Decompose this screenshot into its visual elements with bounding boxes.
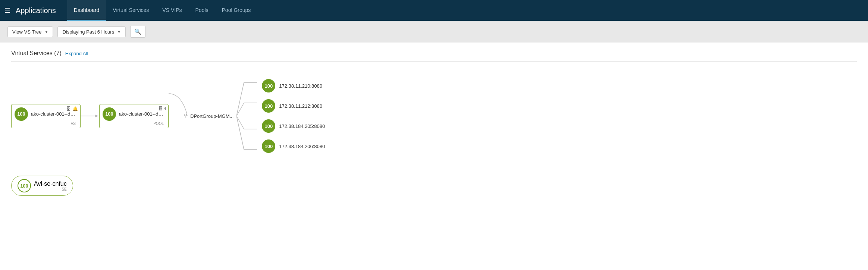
database-icon: 🗄 [66,106,71,112]
dport-node[interactable]: ⑂ DPortGroup-MGM... [184,113,234,119]
vs-node-1[interactable]: 🗄 🔔 100 ako-cluster-001--defaul... VS [11,104,81,128]
hamburger-menu-icon[interactable]: ☰ [4,6,10,15]
connector-vs-pool [81,112,99,120]
server-address-2: 172.38.184.205:8080 [279,123,325,129]
search-button[interactable]: 🔍 [130,26,145,38]
pool-score-badge: 100 [103,107,116,121]
server-item-0[interactable]: 100 172.38.11.210:8080 [262,79,325,92]
svg-line-5 [236,116,244,150]
tab-pool-groups[interactable]: Pool Groups [215,0,258,21]
pool-node-1[interactable]: 🗄 4 100 ako-cluster-001--defaul... POOL [99,104,169,128]
vs-node-type: VS [15,122,76,126]
time-dropdown-label: Displaying Past 6 Hours [62,29,114,35]
svg-line-4 [236,116,244,129]
svg-line-2 [236,82,244,116]
view-dropdown[interactable]: View VS Tree ▼ [7,26,53,37]
svg-marker-1 [95,114,98,117]
time-dropdown[interactable]: Displaying Past 6 Hours ▼ [57,26,126,37]
share-icon: ⑂ [184,113,187,119]
tab-pools[interactable]: Pools [189,0,215,21]
pool-count: 🗄 4 [159,106,166,111]
server-address-0: 172.38.11.210:8080 [279,83,322,89]
server-item-3[interactable]: 100 172.38.184.206:8080 [262,139,325,153]
server-score-2: 100 [262,119,275,133]
bell-icon: 🔔 [72,106,78,112]
tab-dashboard[interactable]: Dashboard [67,0,106,21]
chevron-down-icon: ▼ [45,30,48,34]
view-dropdown-label: View VS Tree [12,29,42,35]
vs-score-badge: 100 [15,107,28,121]
toolbar: View VS Tree ▼ Displaying Past 6 Hours ▼… [0,21,868,43]
section-header: Virtual Services (7) Expand All [11,50,857,62]
chevron-down-icon: ▼ [117,30,121,34]
expand-all-link[interactable]: Expand All [65,51,88,56]
vs-node-label: ako-cluster-001--defaul... [31,111,76,117]
section-title: Virtual Services (7) [11,50,62,57]
tab-virtual-services[interactable]: Virtual Services [106,0,156,21]
se-node[interactable]: 100 Avi-se-cnfuc SE [11,176,73,196]
connector-dport-servers [236,75,259,157]
pool-node-type: POOL [103,122,164,126]
server-item-1[interactable]: 100 172.38.11.212:8080 [262,99,325,113]
top-navigation: ☰ Applications Dashboard Virtual Service… [0,0,868,21]
vs-tree-area: 🗄 🔔 100 ako-cluster-001--defaul... VS 🗄 … [11,68,857,203]
se-row: 100 Avi-se-cnfuc SE [11,176,857,196]
server-address-3: 172.38.184.206:8080 [279,144,325,149]
server-address-1: 172.38.11.212:8080 [279,103,322,109]
servers-list: 100 172.38.11.210:8080 100 172.38.11.212… [262,79,325,153]
server-score-3: 100 [262,139,275,153]
node-icons: 🗄 🔔 [66,106,78,112]
se-node-label: Avi-se-cnfuc [34,180,67,187]
main-content: Virtual Services (7) Expand All 🗄 🔔 100 … [0,43,868,270]
pool-node-label: ako-cluster-001--defaul... [119,111,164,117]
server-score-0: 100 [262,79,275,92]
database-icon: 🗄 [159,106,163,111]
se-node-type: SE [34,187,67,191]
se-score-badge: 100 [18,179,31,192]
app-title: Applications [16,6,56,15]
dport-label: DPortGroup-MGM... [190,113,234,119]
svg-line-3 [236,103,244,116]
search-icon: 🔍 [134,28,141,35]
server-item-2[interactable]: 100 172.38.184.205:8080 [262,119,325,133]
nav-tabs: Dashboard Virtual Services VS VIPs Pools… [67,0,258,21]
server-score-1: 100 [262,99,275,113]
tab-vs-vips[interactable]: VS VIPs [156,0,188,21]
